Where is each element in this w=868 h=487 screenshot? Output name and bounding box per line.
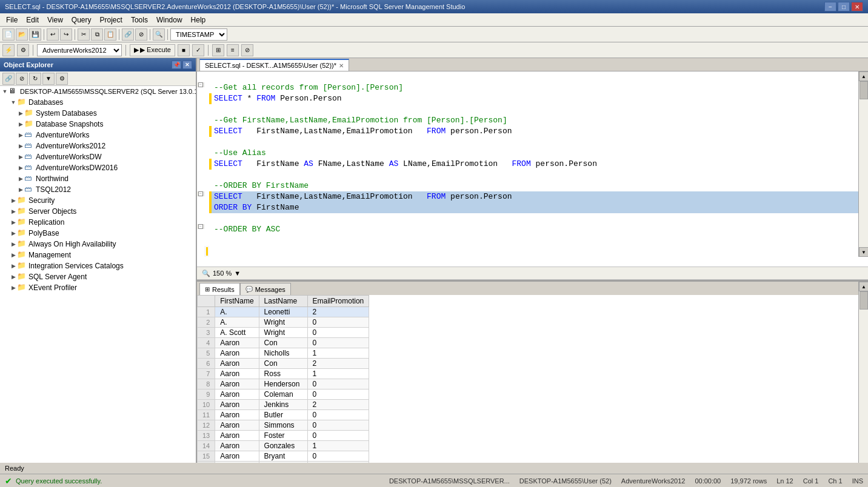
paste-button[interactable]: 📋 (104, 28, 116, 41)
fold-button[interactable]: − (198, 191, 203, 196)
cell: 1 (307, 441, 369, 451)
messages-tab[interactable]: 💬 Messages (240, 283, 291, 295)
tree-databases[interactable]: ▼ 📁 Databases (0, 97, 196, 108)
disconnect-button[interactable]: ⊘ (135, 28, 147, 41)
tree-adventureworksdw[interactable]: ▶ 🗃 AdventureWorksDW (0, 151, 196, 162)
undo-button[interactable]: ↩ (47, 28, 59, 41)
scroll-up-button[interactable]: ▲ (859, 282, 868, 291)
execute-button[interactable]: ▶ ▶ Execute (130, 44, 175, 56)
tree-security[interactable]: ▶ 📁 Security (0, 195, 196, 206)
oe-header: Object Explorer 📌 ✕ (0, 58, 196, 71)
results-tab[interactable]: ⊞ Results (199, 283, 240, 295)
oe-close-button[interactable]: ✕ (182, 61, 192, 69)
tree-adventureworks2012[interactable]: ▶ 🗃 AdventureWorks2012 (0, 141, 196, 151)
oe-pin-button[interactable]: 📌 (172, 61, 181, 69)
cell: Aaron (215, 379, 259, 389)
menu-edit[interactable]: Edit (22, 15, 42, 25)
tree-adventureworks[interactable]: ▶ 🗃 AdventureWorks (0, 130, 196, 141)
cut-button[interactable]: ✂ (78, 28, 90, 41)
new-query-button[interactable]: 📄 (2, 28, 15, 41)
expand-icon: ▶ (17, 175, 24, 182)
tree-management[interactable]: ▶ 📁 Management (0, 250, 196, 260)
titlebar: SELECT.sql - DESKTOP-A1M5655\MSSQLSERVER… (0, 0, 868, 13)
expand-icon: ▶ (10, 240, 17, 248)
scrollbar-track[interactable] (859, 291, 868, 464)
code-area[interactable]: − --Get all records from [Person].[Perso… (197, 71, 868, 267)
aw2012-label: AdventureWorks2012 (36, 142, 105, 150)
menu-help[interactable]: Help (187, 15, 210, 25)
oe-options-button[interactable]: ⚙ (56, 73, 68, 85)
oe-connect-button[interactable]: 🔗 (2, 73, 15, 85)
menu-window[interactable]: Window (153, 15, 186, 25)
col-status: Col 1 (803, 477, 819, 485)
menu-file[interactable]: File (2, 15, 21, 25)
menu-query[interactable]: Query (68, 15, 95, 25)
copy-button[interactable]: ⧉ (91, 28, 103, 41)
tree-always-on[interactable]: ▶ 📁 Always On High Availability (0, 239, 196, 250)
tree-server-objects[interactable]: ▶ 📁 Server Objects (0, 206, 196, 217)
database-dropdown[interactable]: AdventureWorks2012 (37, 44, 122, 56)
connect-icon[interactable]: ⚡ (2, 44, 15, 56)
cell: 2 (307, 400, 369, 410)
tree-replication[interactable]: ▶ 📁 Replication (0, 217, 196, 228)
tab-bar: SELECT.sql - DESKT...A1M5655\User (52))*… (197, 58, 868, 71)
tree-tsql2012[interactable]: ▶ 🗃 TSQL2012 (0, 184, 196, 195)
menu-tools[interactable]: Tools (127, 15, 152, 25)
table-row: 5AaronNicholls1 (198, 348, 369, 359)
oe-filter-button[interactable]: ▼ (42, 73, 55, 85)
tree-xevent[interactable]: ▶ 📁 XEvent Profiler (0, 282, 196, 293)
scrollbar-thumb[interactable] (860, 81, 868, 99)
sql-tab[interactable]: SELECT.sql - DESKT...A1M5655\User (52))*… (199, 59, 349, 71)
tree-northwind[interactable]: ▶ 🗃 Northwind (0, 173, 196, 184)
snapshots-label: Database Snapshots (36, 120, 103, 128)
parse-button[interactable]: ✓ (192, 44, 204, 56)
cancel-button[interactable]: ■ (178, 44, 190, 56)
save-button[interactable]: 💾 (29, 28, 41, 41)
database-icon: 🗃 (24, 152, 34, 162)
connect-button[interactable]: 🔗 (122, 28, 134, 41)
timestamp-dropdown[interactable]: TIMESTAMP (170, 28, 227, 41)
maximize-button[interactable]: □ (838, 2, 850, 12)
tab-close-button[interactable]: ✕ (339, 62, 344, 69)
open-button[interactable]: 📂 (16, 28, 28, 41)
results-text-button[interactable]: ≡ (227, 44, 239, 56)
fold-button[interactable]: − (198, 82, 203, 87)
tree-db-snapshots[interactable]: ▶ 📁 Database Snapshots (0, 119, 196, 130)
close-button[interactable]: ✕ (851, 2, 863, 12)
row-number: 5 (198, 348, 215, 359)
tree-system-databases[interactable]: ▶ 📁 System Databases (0, 108, 196, 119)
minimize-button[interactable]: − (824, 2, 836, 12)
search-button[interactable]: 🔍 (153, 28, 165, 41)
scrollbar-thumb[interactable] (860, 291, 868, 310)
tree-integration-services[interactable]: ▶ 📁 Integration Services Catalogs (0, 260, 196, 271)
no-results-button[interactable]: ⊘ (241, 44, 253, 56)
main-layout: Object Explorer 📌 ✕ 🔗 ⊘ ↻ ▼ ⚙ ▼ 🖥 DESKTO… (0, 58, 868, 474)
results-tab-label: Results (212, 286, 235, 293)
scrollbar-track[interactable] (859, 81, 868, 247)
tree-sql-agent[interactable]: ▶ 📁 SQL Server Agent (0, 271, 196, 282)
redo-button[interactable]: ↪ (60, 28, 72, 41)
table-row: 7AaronRoss1 (198, 369, 369, 379)
tree-polybase[interactable]: ▶ 📁 PolyBase (0, 228, 196, 239)
fold-button[interactable]: − (198, 224, 203, 229)
col-emailpromotion: EmailPromotion (307, 296, 369, 307)
oe-header-controls: 📌 ✕ (172, 61, 192, 69)
settings-icon[interactable]: ⚙ (17, 44, 29, 56)
db-status: AdventureWorks2012 (621, 477, 686, 485)
results-grid-button[interactable]: ⊞ (212, 44, 224, 56)
oe-refresh-button[interactable]: ↻ (29, 73, 41, 85)
menu-view[interactable]: View (44, 15, 67, 25)
editor-scrollbar[interactable]: ▲ ▼ (858, 71, 868, 257)
menu-project[interactable]: Project (96, 15, 126, 25)
oe-disconnect-button[interactable]: ⊘ (16, 73, 28, 85)
expand-icon: ▶ (10, 262, 17, 270)
scroll-up-button[interactable]: ▲ (859, 71, 868, 81)
results-table: FirstName LastName EmailPromotion 1A.Leo… (197, 295, 868, 474)
results-scrollbar[interactable]: ▲ ▼ (858, 282, 868, 474)
scroll-down-button[interactable]: ▼ (859, 247, 868, 257)
editor-content[interactable]: − --Get all records from [Person].[Perso… (197, 71, 868, 267)
zoom-dropdown-icon[interactable]: ▼ (234, 270, 241, 277)
cell: 1 (307, 369, 369, 379)
tree-server[interactable]: ▼ 🖥 DESKTOP-A1M5655\MSSQLSERVER2 (SQL Se… (0, 86, 196, 97)
tree-adventureworksdw2016[interactable]: ▶ 🗃 AdventureWorksDW2016 (0, 162, 196, 173)
